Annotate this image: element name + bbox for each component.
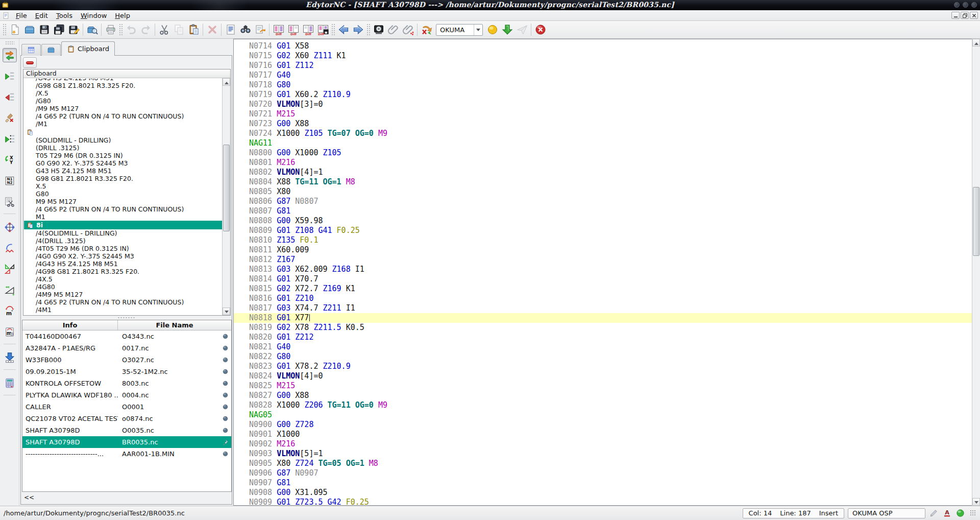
arc-calc-button[interactable] bbox=[3, 241, 17, 255]
machine-select-combobox[interactable]: OKUMA bbox=[436, 24, 483, 36]
nav-back-button[interactable] bbox=[336, 22, 351, 37]
transfer-stop-button[interactable] bbox=[419, 22, 434, 37]
dimension-calc-button[interactable] bbox=[3, 283, 17, 297]
tab-file-browser[interactable] bbox=[41, 44, 61, 56]
clipboard-scroll-thumb[interactable] bbox=[223, 145, 230, 231]
file-row[interactable]: KONTROLA OFFSETOW8003.nc bbox=[22, 377, 231, 389]
code-line[interactable]: N0907 G81 bbox=[234, 478, 972, 488]
code-line[interactable]: N0714 G01 X58 bbox=[234, 41, 972, 51]
code-line[interactable]: N0821 G40 bbox=[234, 342, 972, 352]
code-line[interactable]: N0808 G00 X59.98 bbox=[234, 216, 972, 226]
diff-button[interactable]: Diff bbox=[271, 22, 286, 37]
code-line[interactable]: N0902 M216 bbox=[234, 439, 972, 449]
detach-button[interactable] bbox=[401, 22, 415, 37]
clipboard-code-line[interactable]: /M1 bbox=[24, 120, 222, 128]
find-file-button[interactable] bbox=[85, 22, 100, 37]
clipboard-code-line[interactable]: M1 bbox=[24, 213, 222, 221]
sidebar-drag-handle[interactable] bbox=[5, 41, 14, 44]
toolbar-drag-handle[interactable] bbox=[366, 23, 370, 36]
code-line[interactable]: N0901 X1000 bbox=[234, 430, 972, 439]
column-header-info[interactable]: Info bbox=[22, 320, 118, 330]
maximize-button[interactable] bbox=[963, 2, 968, 8]
code-line[interactable]: N0715 G02 X60 Z111 K1 bbox=[234, 51, 972, 61]
document-menu-icon[interactable] bbox=[2, 12, 10, 19]
code-line[interactable]: N0804 X88 TG=11 OG=1 M8 bbox=[234, 177, 972, 187]
file-row[interactable]: T044160D00467O4343.nc bbox=[22, 330, 231, 342]
code-line[interactable]: N0909 G01 Z723.5 G42 F0.25 bbox=[234, 498, 972, 506]
code-line[interactable]: N0816 G01 Z210 bbox=[234, 294, 972, 303]
clipboard-code-line[interactable]: /4(SOLIDMILL - DRILLING) bbox=[24, 229, 222, 237]
clipboard-code-line[interactable]: /4G80 bbox=[24, 283, 222, 291]
minimize-button[interactable] bbox=[954, 2, 960, 8]
code-line[interactable]: N0823 G01 X78.2 Z210.9 bbox=[234, 362, 972, 371]
cut-block-button[interactable] bbox=[3, 195, 17, 209]
code-line[interactable]: N0719 G01 X60.2 Z110.9 bbox=[234, 90, 972, 100]
editor-scroll-down-icon[interactable] bbox=[972, 498, 980, 506]
renumber-button[interactable]: N1N2 bbox=[3, 174, 17, 188]
bolt-circle-button[interactable] bbox=[3, 220, 17, 234]
highlight-mode-icon[interactable]: A bbox=[942, 508, 952, 518]
file-row[interactable]: QC21078 VT02 ACETAL TESTo0874.nc bbox=[22, 413, 231, 424]
close-button[interactable] bbox=[971, 2, 977, 8]
tab-program-info[interactable] bbox=[21, 44, 41, 56]
block-swap-button[interactable] bbox=[3, 48, 17, 62]
code-line[interactable]: N0825 M215 bbox=[234, 381, 972, 391]
scroll-down-icon[interactable] bbox=[223, 308, 230, 315]
code-line[interactable]: N0822 G80 bbox=[234, 352, 972, 362]
menu-window[interactable]: Window bbox=[77, 11, 111, 20]
chevron-down-icon[interactable] bbox=[474, 25, 482, 35]
clipboard-code-line[interactable]: /4M1 bbox=[24, 306, 222, 314]
clipboard-code-line[interactable]: /4X.5 bbox=[24, 275, 222, 283]
clipboard-code-line[interactable]: G43 H5 Z4.125 M8 M51 bbox=[24, 167, 222, 175]
remove-block-button[interactable] bbox=[3, 90, 17, 104]
find-button[interactable] bbox=[238, 22, 253, 37]
code-line[interactable]: N0724 X1000 Z105 TG=07 OG=0 M9 bbox=[234, 129, 972, 138]
resize-grip[interactable] bbox=[970, 510, 976, 516]
clipboard-code-line[interactable]: X.5 bbox=[24, 182, 222, 190]
code-line[interactable]: N0813 G03 X62.009 Z168 I1 bbox=[234, 265, 972, 274]
stop-button[interactable] bbox=[533, 22, 548, 37]
clipboard-code-line[interactable]: /4T05 T29 M6 (DR 0.3125 IN) bbox=[24, 245, 222, 252]
file-row[interactable]: W33FB000O3027.nc bbox=[22, 354, 231, 366]
code-line[interactable]: N0807 G81 bbox=[234, 206, 972, 216]
file-row[interactable]: PLYTKA DLAWIKA WDF180 ...0004.nc bbox=[22, 389, 231, 401]
code-line[interactable]: N0828 X1000 Z206 TG=11 OG=0 M9 bbox=[234, 400, 972, 410]
file-row[interactable]: SHAFT A30798DBR0035.nc bbox=[22, 436, 231, 448]
feeds-doc-button[interactable]: m bbox=[3, 325, 17, 339]
triangles-calc-button[interactable] bbox=[3, 262, 17, 276]
code-line[interactable]: N0811 X60.009 bbox=[234, 245, 972, 255]
code-line[interactable]: N0812 Z167 bbox=[234, 255, 972, 265]
file-info-button[interactable] bbox=[223, 22, 238, 37]
editor-scrollbar[interactable] bbox=[972, 39, 980, 506]
clipboard-code-line[interactable]: /4 G65 P2 (TURN ON /4 TO RUN CONTINUOUS) bbox=[24, 112, 222, 120]
code-line[interactable]: N0814 G01 X70.7 bbox=[234, 274, 972, 284]
nc-code-editor[interactable]: N0714 G01 X58N0715 G02 X60 Z111 K1N0716 … bbox=[233, 39, 972, 506]
diff-left-button[interactable]: Diff bbox=[286, 22, 301, 37]
print-button[interactable] bbox=[103, 22, 118, 37]
scroll-up-icon[interactable] bbox=[223, 78, 230, 86]
code-line[interactable]: N0820 G01 Z212 bbox=[234, 333, 972, 342]
toolbar-drag-handle[interactable] bbox=[119, 23, 122, 36]
machine-type-selector[interactable]: OKUMA OSP bbox=[848, 508, 925, 518]
toolbar-drag-handle[interactable] bbox=[3, 23, 6, 36]
code-line-current[interactable]: N0818 G01 X77 bbox=[234, 313, 972, 323]
editor-scroll-thumb[interactable] bbox=[973, 187, 979, 256]
clipboard-code-line[interactable]: T05 T29 M6 (DR 0.3125 IN) bbox=[24, 152, 222, 159]
clipboard-code-line[interactable]: G98 G81 Z1.8021 R3.325 F20. bbox=[24, 175, 222, 182]
code-line[interactable]: N0809 G01 Z108 G41 F0.25 bbox=[234, 226, 972, 235]
code-line[interactable]: N0723 G00 X88 bbox=[234, 119, 972, 129]
code-line[interactable]: N0801 M216 bbox=[234, 158, 972, 168]
code-line[interactable]: N0718 G80 bbox=[234, 80, 972, 90]
code-line[interactable]: NAG11 bbox=[234, 138, 972, 148]
arc-m-calc-button[interactable]: m" bbox=[3, 304, 17, 318]
panel-collapse-button[interactable]: << bbox=[22, 494, 36, 503]
code-line[interactable]: N0721 M215 bbox=[234, 109, 972, 119]
clipboard-code-line[interactable]: /X.5 bbox=[24, 89, 222, 97]
insert-dots-button[interactable] bbox=[3, 132, 17, 146]
clipboard-code-line[interactable]: /4(DRILL .3125) bbox=[24, 237, 222, 245]
save-button[interactable] bbox=[37, 22, 52, 37]
clipboard-remove-button[interactable] bbox=[23, 57, 37, 68]
clipboard-code-line[interactable]: /4 G65 P2 (TURN ON /4 TO RUN CONTINUOUS) bbox=[24, 298, 222, 306]
clipboard-code-line[interactable]: /4M9 M5 M127 bbox=[24, 291, 222, 298]
clipboard-code-line[interactable]: /4G0 G90 X2. Y-.375 S2445 M3 bbox=[24, 252, 222, 260]
